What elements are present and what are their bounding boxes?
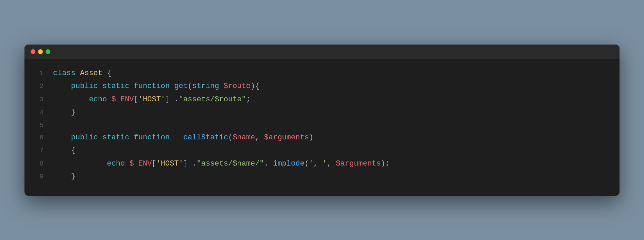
code-area: 1class Asset {2 public static function g… — [24, 59, 620, 196]
code-line: 2 public static function get(string $rou… — [31, 80, 609, 93]
token-plain — [53, 172, 71, 181]
token-kw-static: static — [102, 82, 134, 90]
line-number: 8 — [31, 158, 44, 170]
token-plain: , — [327, 159, 336, 168]
titlebar — [24, 45, 620, 59]
token-kw-public: public — [71, 82, 102, 90]
token-kw-string: string — [192, 82, 223, 90]
token-brace: { — [255, 82, 259, 90]
token-paren: ( — [304, 159, 309, 168]
token-plain — [53, 108, 71, 117]
token-str-literal: "assets/$name/" — [197, 159, 264, 168]
token-kw-function: function — [134, 133, 174, 142]
token-plain — [53, 82, 71, 90]
token-plain: ] . — [165, 95, 179, 104]
token-plain — [53, 146, 71, 155]
token-fn-name: get — [174, 82, 188, 90]
token-plain: ; — [246, 95, 251, 104]
token-plain: ] . — [183, 159, 197, 168]
token-paren: ( — [228, 133, 233, 142]
token-brace: { — [107, 69, 111, 78]
code-line: 1class Asset { — [31, 67, 609, 80]
code-line: 5 — [31, 119, 609, 131]
token-paren: ( — [188, 82, 192, 90]
line-content: } — [53, 106, 75, 119]
token-brace: { — [71, 146, 75, 155]
token-var: $arguments — [336, 159, 381, 168]
code-line: 9 } — [31, 170, 609, 184]
token-paren: ) — [309, 133, 313, 142]
token-var: $_ENV — [112, 95, 134, 104]
token-paren: ) — [251, 82, 255, 90]
token-kw-function: function — [134, 82, 174, 90]
token-kw-class: class — [53, 69, 80, 78]
line-content: echo $_ENV['HOST'] ."assets/$route"; — [53, 93, 251, 106]
line-content: public static function get(string $route… — [53, 80, 259, 93]
token-kw-echo: echo — [107, 159, 129, 168]
line-number: 1 — [31, 67, 44, 79]
token-plain: . — [264, 159, 273, 168]
maximize-button[interactable] — [46, 49, 50, 54]
line-content: } — [53, 170, 75, 184]
line-content: echo $_ENV['HOST'] ."assets/$name/". imp… — [53, 157, 390, 171]
token-var: $arguments — [264, 133, 309, 142]
token-plain — [53, 95, 89, 104]
close-button[interactable] — [31, 49, 35, 54]
code-line: 4 } — [31, 106, 609, 119]
token-fn-name: __callStatic — [174, 133, 228, 142]
token-plain: [ — [134, 95, 138, 104]
line-content: class Asset { — [53, 67, 112, 80]
line-number: 7 — [31, 144, 44, 156]
token-class-name: Asset — [80, 69, 107, 78]
token-env-key: 'HOST' — [156, 159, 183, 168]
line-number: 6 — [31, 132, 44, 143]
token-str-literal: "assets/$route" — [179, 95, 246, 104]
token-brace: } — [71, 172, 75, 181]
code-line: 3 echo $_ENV['HOST'] ."assets/$route"; — [31, 93, 609, 106]
line-number: 2 — [31, 80, 44, 92]
token-plain: , — [255, 133, 264, 142]
editor-window: 1class Asset {2 public static function g… — [24, 45, 620, 196]
token-plain: [ — [152, 159, 156, 168]
token-fn-implode: implode — [273, 159, 304, 168]
line-number: 4 — [31, 106, 44, 118]
line-number: 3 — [31, 93, 44, 105]
token-str-literal: ', ' — [309, 159, 327, 168]
token-kw-static: static — [102, 133, 134, 142]
token-paren: ) — [381, 159, 385, 168]
token-env-key: 'HOST' — [138, 95, 165, 104]
token-var: $_ENV — [129, 159, 152, 168]
token-var: $name — [233, 133, 255, 142]
token-kw-public: public — [71, 133, 102, 142]
token-kw-echo: echo — [89, 95, 112, 104]
line-content: { — [53, 144, 75, 157]
token-plain — [53, 133, 71, 142]
token-brace: } — [71, 108, 75, 117]
line-number: 5 — [31, 119, 44, 131]
token-plain — [53, 159, 107, 168]
line-number: 9 — [31, 171, 44, 183]
token-plain: ; — [385, 159, 390, 168]
code-line: 7 { — [31, 144, 609, 157]
line-content: public static function __callStatic($nam… — [53, 131, 313, 144]
code-line: 6 public static function __callStatic($n… — [31, 131, 609, 144]
code-line: 8 echo $_ENV['HOST'] ."assets/$name/". i… — [31, 157, 609, 171]
token-var: $route — [224, 82, 251, 90]
minimize-button[interactable] — [38, 49, 43, 54]
